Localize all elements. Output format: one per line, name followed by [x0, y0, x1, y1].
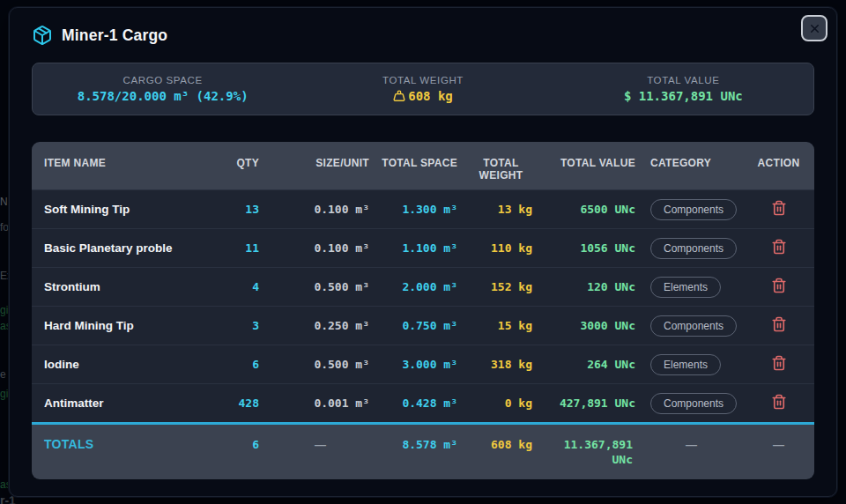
- item-total-space: 0.750 m³: [375, 319, 464, 332]
- item-size-unit: 0.100 m³: [265, 241, 375, 255]
- total-value-value: $ 11.367,891 UNc: [553, 89, 813, 103]
- background-text-fragment: as: [0, 320, 9, 332]
- total-value-summary: TOTAL VALUE $ 11.367,891 UNc: [553, 75, 813, 103]
- package-icon: [32, 25, 53, 46]
- category-badge: Components: [650, 393, 737, 414]
- item-size-unit: 0.250 m³: [265, 319, 375, 332]
- item-total-value: 264 UNc: [538, 358, 642, 371]
- item-total-space: 1.300 m³: [375, 203, 464, 216]
- trash-icon: [771, 200, 787, 216]
- item-total-value: 3000 UNc: [538, 319, 642, 332]
- header-total-value: TOTAL VALUE: [538, 142, 642, 169]
- category-badge: Elements: [650, 354, 721, 375]
- header-qty: QTY: [221, 142, 265, 169]
- item-name: Hard Mining Tip: [32, 319, 221, 332]
- modal-header: Miner-1 Cargo: [32, 8, 814, 63]
- item-qty: 4: [221, 280, 265, 293]
- table-row: Soft Mining Tip 13 0.100 m³ 1.300 m³ 13 …: [32, 189, 814, 228]
- totals-qty: 6: [221, 437, 265, 452]
- delete-item-button[interactable]: [771, 239, 787, 255]
- item-size-unit: 0.500 m³: [265, 358, 375, 371]
- totals-label: TOTALS: [32, 437, 221, 452]
- table-row: Hard Mining Tip 3 0.250 m³ 0.750 m³ 15 k…: [32, 306, 814, 345]
- close-button[interactable]: [801, 15, 827, 41]
- delete-item-button[interactable]: [771, 316, 787, 332]
- totals-category: —: [642, 437, 741, 452]
- cargo-modal: Miner-1 Cargo CARGO SPACE 8.578/20.000 m…: [9, 7, 837, 497]
- item-qty: 3: [221, 319, 265, 332]
- table-row: Basic Planetary proble 11 0.100 m³ 1.100…: [32, 228, 814, 267]
- item-total-space: 0.428 m³: [375, 397, 464, 410]
- trash-icon: [771, 355, 787, 371]
- header-total-weight: TOTAL WEIGHT: [464, 142, 538, 182]
- close-icon: [808, 22, 821, 35]
- item-name: Antimatter: [32, 397, 221, 410]
- background-text-fragment: N: [0, 196, 9, 208]
- item-name: Strontium: [32, 280, 221, 293]
- header-action: ACTION: [741, 142, 814, 169]
- item-total-weight: 318 kg: [464, 358, 538, 371]
- item-total-weight: 110 kg: [464, 241, 538, 255]
- item-size-unit: 0.500 m³: [265, 280, 375, 293]
- total-weight-summary: TOTAL WEIGHT 608 kg: [293, 75, 553, 103]
- table-row: Strontium 4 0.500 m³ 2.000 m³ 152 kg 120…: [32, 267, 814, 306]
- item-name: Soft Mining Tip: [32, 203, 221, 216]
- item-total-value: 6500 UNc: [538, 203, 642, 216]
- cargo-space-value: 8.578/20.000 m³ (42.9%): [33, 89, 293, 103]
- totals-value: 11.367,891 UNc: [538, 437, 642, 467]
- item-total-value: 1056 UNc: [538, 241, 642, 255]
- item-total-space: 2.000 m³: [375, 280, 464, 293]
- trash-icon: [771, 239, 787, 255]
- item-total-space: 3.000 m³: [375, 358, 464, 371]
- header-category: CATEGORY: [642, 142, 741, 169]
- table-header-row: ITEM NAME QTY SIZE/UNIT TOTAL SPACE TOTA…: [32, 142, 814, 189]
- category-badge: Components: [650, 315, 737, 337]
- item-name: Iodine: [32, 358, 221, 371]
- cargo-space-label: CARGO SPACE: [33, 75, 293, 85]
- delete-item-button[interactable]: [771, 278, 787, 293]
- item-total-weight: 152 kg: [464, 280, 538, 293]
- trash-icon: [771, 394, 787, 410]
- table-row: Iodine 6 0.500 m³ 3.000 m³ 318 kg 264 UN…: [32, 345, 814, 383]
- header-item-name: ITEM NAME: [32, 142, 221, 169]
- modal-title: Miner-1 Cargo: [62, 26, 167, 45]
- background-text-fragment: gi: [0, 304, 9, 316]
- item-qty: 11: [221, 241, 265, 255]
- total-weight-label: TOTAL WEIGHT: [293, 75, 553, 85]
- cargo-space-summary: CARGO SPACE 8.578/20.000 m³ (42.9%): [33, 75, 293, 103]
- totals-size-unit: —: [265, 437, 375, 452]
- item-total-weight: 0 kg: [464, 397, 538, 410]
- total-weight-value: 608 kg: [293, 89, 553, 103]
- table-row: Antimatter 428 0.001 m³ 0.428 m³ 0 kg 42…: [32, 383, 814, 422]
- totals-row: TOTALS 6 — 8.578 m³ 608 kg 11.367,891 UN…: [32, 425, 814, 479]
- item-total-value: 120 UNc: [538, 280, 642, 293]
- header-size-unit: SIZE/UNIT: [265, 142, 375, 169]
- total-value-label: TOTAL VALUE: [553, 75, 813, 85]
- trash-icon: [771, 278, 787, 293]
- item-total-weight: 13 kg: [464, 203, 538, 216]
- totals-space: 8.578 m³: [375, 437, 464, 452]
- item-name: Basic Planetary proble: [32, 241, 221, 255]
- background-text-fragment: fo: [0, 221, 9, 233]
- delete-item-button[interactable]: [771, 355, 787, 371]
- category-badge: Components: [650, 238, 737, 259]
- header-total-space: TOTAL SPACE: [375, 142, 464, 169]
- item-size-unit: 0.001 m³: [265, 397, 375, 410]
- delete-item-button[interactable]: [771, 200, 787, 216]
- background-text-fragment: gi: [0, 388, 9, 400]
- item-total-value: 427,891 UNc: [538, 397, 642, 410]
- trash-icon: [771, 316, 787, 332]
- totals-action: —: [741, 437, 814, 452]
- item-qty: 428: [221, 397, 265, 410]
- delete-item-button[interactable]: [771, 394, 787, 410]
- background-text-fragment: as: [0, 478, 9, 491]
- category-badge: Elements: [650, 277, 721, 298]
- totals-weight: 608 kg: [464, 437, 538, 452]
- table-body: Soft Mining Tip 13 0.100 m³ 1.300 m³ 13 …: [32, 189, 814, 422]
- summary-bar: CARGO SPACE 8.578/20.000 m³ (42.9%) TOTA…: [32, 63, 814, 115]
- item-total-space: 1.100 m³: [375, 241, 464, 255]
- background-text-fragment: e: [0, 368, 9, 381]
- item-total-weight: 15 kg: [464, 319, 538, 332]
- category-badge: Components: [650, 199, 737, 220]
- item-qty: 6: [221, 358, 265, 371]
